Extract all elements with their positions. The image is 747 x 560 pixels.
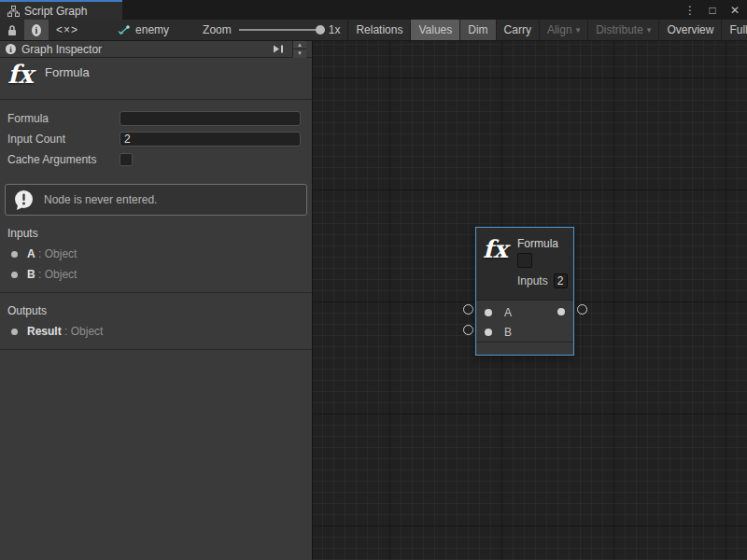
zoom-control: Zoom 1x [203,20,340,40]
cache-arguments-field-label: Cache Arguments [7,153,120,166]
input-count-input[interactable] [120,132,301,147]
window-close-icon[interactable]: ✕ [726,2,743,19]
dock-panel-button[interactable] [270,42,287,57]
zoom-slider-knob[interactable] [316,25,325,35]
overview-button[interactable]: Overview [658,20,721,40]
cache-arguments-field-row: Cache Arguments [7,150,304,169]
scroll-up-icon[interactable]: ▲ [293,41,306,50]
scroll-down-icon[interactable]: ▼ [293,49,306,58]
port-type: Object [45,268,78,281]
port-a-label: A [504,306,512,319]
warning-box: Node is never entered. [5,184,307,216]
cache-arguments-checkbox[interactable] [120,153,133,166]
port-b-label: B [504,326,512,339]
port-sep: : [64,325,67,338]
node-inputs-row: Inputs 2 [517,273,568,288]
port-type: Object [71,325,104,338]
warning-bubble-icon [13,189,35,211]
carry-button[interactable]: Carry [496,20,539,40]
graph-breadcrumb[interactable]: enemy [106,20,178,40]
formula-node[interactable]: fx Formula Inputs 2 A B [475,227,574,356]
fx-icon: fx [483,235,508,263]
align-button[interactable]: Align ▾ [539,20,587,40]
input-port-row-b: B : Object [0,264,312,285]
input-count-field-label: Input Count [7,133,120,146]
port-sep: : [38,268,41,281]
lock-button[interactable] [0,20,24,40]
port-bullet-icon [11,272,18,278]
chevron-down-icon: ▾ [647,25,652,35]
lock-icon [7,24,18,36]
node-inputs-label: Inputs [517,274,548,287]
formula-field-row: Formula [7,109,304,128]
inspector-toggle-button[interactable]: i [24,20,49,40]
connection-socket-left-a[interactable] [463,304,473,315]
input-port-b[interactable] [485,329,492,336]
outputs-section-header: Outputs [0,293,312,321]
code-view-button[interactable]: <×> [49,20,86,40]
port-name: A [27,247,35,260]
warning-text: Node is never entered. [44,193,157,206]
unit-title: Formula [45,65,90,79]
graph-inspector-panel: i Graph Inspector ▲ ▼ fx Formula [0,41,313,560]
node-port-row-b: B [476,322,573,342]
graph-toolbar: i <×> enemy Zoom 1x [0,20,747,41]
connection-socket-right-result[interactable] [577,304,587,315]
fullscreen-label: Full Screen [729,23,747,36]
fullscreen-button[interactable]: Full Screen [721,20,747,40]
inspector-title: Graph Inspector [21,43,102,56]
distribute-label: Distribute [596,23,643,36]
relations-button[interactable]: Relations [347,20,410,40]
dim-button[interactable]: Dim [459,20,495,40]
formula-node-ports: A B [476,301,573,343]
tab-bar: Script Graph ⋮ □ ✕ [0,0,747,20]
tab-title: Script Graph [24,5,87,18]
zoom-label: Zoom [203,23,232,36]
port-bullet-icon [11,329,18,335]
port-type: Object [45,247,78,260]
carry-label: Carry [504,23,531,36]
chevron-down-icon: ▾ [576,25,581,35]
script-graph-icon [7,6,20,17]
window-maximize-icon[interactable]: □ [704,2,721,19]
panel-scroll-spinner: ▲ ▼ [292,41,306,58]
formula-node-footer [476,343,573,355]
formula-input[interactable] [120,111,301,126]
unit-fields: Formula Input Count Cache Arguments [0,100,312,175]
relations-label: Relations [356,23,402,36]
node-inputs-value[interactable]: 2 [554,273,568,288]
inputs-section-header: Inputs [0,216,312,244]
output-port-row-result: Result : Object [0,321,312,342]
script-graph-window: Script Graph ⋮ □ ✕ i <×> [0,0,747,560]
formula-node-title: Formula [517,237,558,250]
code-icon: <×> [56,23,78,36]
dim-label: Dim [468,23,487,36]
formula-field-label: Formula [7,112,120,125]
graph-name: enemy [135,23,169,36]
inspector-header: i Graph Inspector ▲ ▼ [0,41,312,58]
section-divider [0,349,312,350]
output-port-result[interactable] [557,308,565,315]
graph-asset-icon [116,24,130,36]
formula-node-checkbox[interactable] [517,253,532,268]
port-bullet-icon [11,251,18,258]
input-port-row-a: A : Object [0,244,312,264]
overview-label: Overview [667,23,713,36]
zoom-slider[interactable] [239,29,321,31]
align-label: Align [547,23,572,36]
info-icon: i [32,24,41,36]
tab-script-graph[interactable]: Script Graph [0,0,122,20]
unit-title-section: fx Formula [0,58,312,100]
port-sep: : [38,247,41,260]
values-label: Values [418,23,452,36]
dock-icon [273,44,284,54]
connection-socket-left-b[interactable] [463,325,473,335]
fx-icon: fx [7,60,34,89]
node-port-row-a: A [476,302,573,322]
distribute-button[interactable]: Distribute ▾ [587,20,658,40]
input-port-a[interactable] [485,309,492,316]
formula-node-header[interactable]: fx Formula Inputs 2 [476,228,573,301]
window-menu-icon[interactable]: ⋮ [682,2,698,19]
graph-canvas[interactable]: fx Formula Inputs 2 A B [313,41,747,560]
values-button[interactable]: Values [410,20,459,40]
